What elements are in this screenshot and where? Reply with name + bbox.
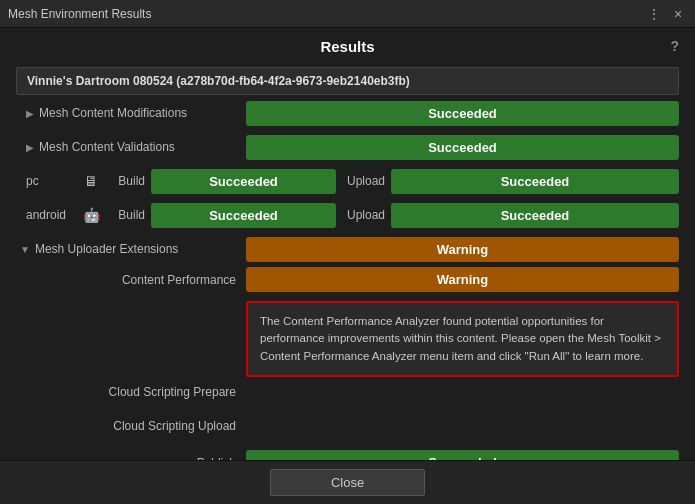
pc-icon: 🖥	[76, 173, 106, 189]
android-build-value: Succeeded	[151, 203, 336, 228]
close-window-icon[interactable]: ×	[669, 5, 687, 23]
triangle-icon: ▶	[26, 108, 34, 119]
android-upload-badge: Succeeded	[391, 203, 679, 228]
build-label-android: Build	[106, 208, 151, 222]
mesh-content-modifications-value: Succeeded	[246, 101, 679, 126]
tooltip-box-container: The Content Performance Analyzer found p…	[246, 301, 679, 377]
android-upload-value: Succeeded	[391, 203, 679, 228]
mesh-uploader-extensions-badge: Warning	[246, 237, 679, 262]
android-build-badge: Succeeded	[151, 203, 336, 228]
close-button[interactable]: Close	[270, 469, 425, 496]
mesh-content-validations-badge: Succeeded	[246, 135, 679, 160]
pc-row: pc 🖥 Build Succeeded Upload Succeeded	[16, 165, 679, 197]
content-performance-badge: Warning	[246, 267, 679, 292]
publish-value: Succeeded	[246, 450, 679, 460]
results-title: Results ?	[16, 38, 679, 55]
cloud-scripting-prepare-label: Cloud Scripting Prepare	[16, 379, 246, 399]
window-title: Mesh Environment Results	[8, 7, 151, 21]
content-area: Results ? Vinnie's Dartroom 080524 (a278…	[0, 28, 695, 460]
mesh-content-validations-label: ▶ Mesh Content Validations	[16, 140, 246, 154]
mesh-content-validations-row: ▶ Mesh Content Validations Succeeded	[16, 131, 679, 163]
android-label: android	[16, 208, 76, 222]
title-bar-left: Mesh Environment Results	[8, 7, 151, 21]
android-row: android 🤖 Build Succeeded Upload Succeed…	[16, 199, 679, 231]
android-icon: 🤖	[76, 207, 106, 223]
publish-row: Publish Succeeded	[16, 447, 679, 460]
mesh-uploader-extensions-row: ▼ Mesh Uploader Extensions Warning	[16, 233, 679, 265]
content-performance-row: Content Performance Warning	[16, 267, 679, 299]
title-bar-controls: ⋮ ×	[645, 5, 687, 23]
build-label-pc: Build	[106, 174, 151, 188]
cloud-scripting-upload-row: Cloud Scripting Upload	[16, 413, 679, 445]
mesh-uploader-extensions-label: ▼ Mesh Uploader Extensions	[16, 242, 246, 256]
tooltip-spacer	[16, 301, 246, 307]
tooltip-row: The Content Performance Analyzer found p…	[16, 301, 679, 377]
pc-build-value: Succeeded	[151, 169, 336, 194]
cloud-scripting-prepare-row: Cloud Scripting Prepare	[16, 379, 679, 411]
triangle-icon2: ▶	[26, 142, 34, 153]
mesh-content-modifications-label: ▶ Mesh Content Modifications	[16, 106, 246, 120]
mesh-content-validations-value: Succeeded	[246, 135, 679, 160]
more-icon[interactable]: ⋮	[645, 5, 663, 23]
title-bar: Mesh Environment Results ⋮ ×	[0, 0, 695, 28]
footer: Close	[0, 460, 695, 504]
mesh-content-modifications-row: ▶ Mesh Content Modifications Succeeded	[16, 97, 679, 129]
mesh-content-modifications-badge: Succeeded	[246, 101, 679, 126]
triangle-down-icon: ▼	[20, 244, 30, 255]
pc-upload-value: Succeeded	[391, 169, 679, 194]
pc-upload-badge: Succeeded	[391, 169, 679, 194]
env-header: Vinnie's Dartroom 080524 (a278b70d-fb64-…	[16, 67, 679, 95]
content-performance-value: Warning	[246, 267, 679, 292]
content-performance-label: Content Performance	[16, 267, 246, 287]
pc-build-badge: Succeeded	[151, 169, 336, 194]
main-window: Mesh Environment Results ⋮ × Results ? V…	[0, 0, 695, 504]
upload-label-android: Upload	[336, 208, 391, 222]
tooltip-box: The Content Performance Analyzer found p…	[246, 301, 679, 377]
cloud-scripting-upload-label: Cloud Scripting Upload	[16, 413, 246, 433]
publish-badge: Succeeded	[246, 450, 679, 460]
help-icon[interactable]: ?	[670, 38, 679, 54]
pc-label: pc	[16, 174, 76, 188]
upload-label-pc: Upload	[336, 174, 391, 188]
